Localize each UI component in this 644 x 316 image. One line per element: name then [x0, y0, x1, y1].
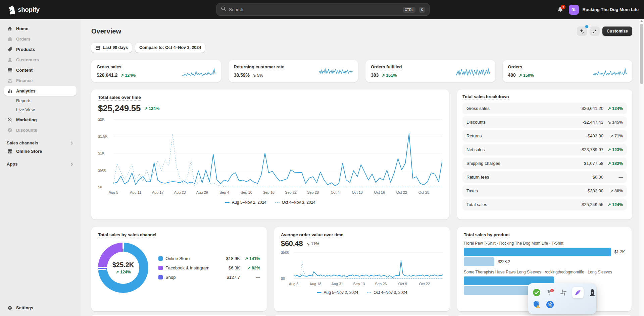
channel-legend-online-store[interactable]: Online Store$18.9K↗ 141%: [158, 256, 260, 261]
chart-title[interactable]: Total sales over time: [98, 95, 442, 100]
shopify-bag-icon: S: [7, 5, 15, 14]
sidebar-item-marketing[interactable]: Marketing: [4, 115, 77, 125]
expand-button[interactable]: [590, 26, 600, 36]
metric-card-returning-customer-rate[interactable]: Returning customer rate38.59%↘ 5%: [229, 60, 358, 82]
x-tick: Sep 28: [307, 190, 319, 194]
vertical-scrollbar[interactable]: [639, 19, 644, 316]
sidebar: HomeOrdersProductsCustomersContentFinanc…: [0, 19, 81, 316]
legend-label: Oct 4–Nov 3, 2024: [282, 200, 315, 205]
breakdown-row-discounts[interactable]: Discounts-$2,447.43↘ 145%: [462, 116, 627, 128]
sidebar-item-analytics[interactable]: Analytics: [4, 86, 77, 96]
breakdown-row-total-sales[interactable]: Total sales$25,249.55↗ 124%: [462, 199, 627, 210]
breakdown-row-return-fees[interactable]: Return fees$0.00—: [462, 171, 627, 183]
shopify-logo[interactable]: S shopify: [7, 5, 40, 14]
sidebar-item-products[interactable]: Products: [4, 44, 77, 54]
scroll-up-arrow[interactable]: [640, 20, 643, 22]
marketing-icon: [7, 117, 13, 123]
metric-card-gross-sales[interactable]: Gross sales$26,641.2↗ 124%: [91, 60, 221, 82]
sidebar-item-orders[interactable]: Orders: [4, 34, 77, 44]
date-range-button[interactable]: Last 90 days: [91, 43, 132, 53]
check-badge-icon[interactable]: [532, 288, 541, 297]
customize-button[interactable]: Customize: [602, 26, 632, 36]
search-input[interactable]: Search CTRL K: [216, 3, 430, 16]
compare-button[interactable]: Compare to: Oct 4–Nov 3, 2024: [135, 43, 205, 53]
total-sales-line-chart[interactable]: [113, 118, 442, 188]
sidebar-item-online-store[interactable]: Online Store: [4, 146, 77, 156]
channel-value: $6.3K: [222, 265, 240, 270]
sidebar-item-discounts[interactable]: Discounts: [4, 125, 77, 135]
sidebar-item-label: Customers: [16, 57, 39, 62]
bluetooth-icon[interactable]: [545, 300, 555, 309]
breakdown-row-net-sales[interactable]: Net sales$23,789.97↗ 123%: [462, 144, 627, 155]
donut-change: ↗ 124%: [115, 269, 131, 274]
breakdown-value: $25,249.55: [582, 202, 603, 207]
product-floral-paw-t-shirt[interactable]: Floral Paw T-Shirt · Rocking The Dog Mom…: [464, 241, 625, 266]
channel-change: ↗ 82%: [247, 266, 260, 270]
channel-swatch: [158, 275, 163, 279]
channel-label: Online Store: [165, 256, 220, 261]
breakdown-row-shipping-charges[interactable]: Shipping charges$1,077.58↗ 183%: [462, 157, 627, 169]
finance-icon: [7, 77, 13, 83]
channel-title[interactable]: Total sales by sales channel: [98, 232, 260, 237]
sidebar-item-settings[interactable]: Settings: [4, 303, 77, 313]
sidebar-item-home[interactable]: Home: [4, 23, 77, 34]
sidebar-item-live-view[interactable]: Live View: [4, 105, 77, 114]
customers-icon: [7, 57, 13, 63]
channel-donut-chart[interactable]: $25.2K ↗ 124%: [98, 243, 148, 293]
x-axis-labels: Aug 5Aug 11Aug 17Aug 23Aug 29Sep 4Sep 10…: [113, 190, 442, 196]
x-tick: Sep 4: [219, 190, 229, 194]
metric-card-orders[interactable]: Orders400↗ 150%: [503, 60, 633, 82]
sidebar-item-reports[interactable]: Reports: [4, 96, 77, 105]
insights-button[interactable]: [577, 26, 587, 36]
channel-legend-shop[interactable]: Shop$127.7—: [158, 275, 260, 280]
channel-swatch: [158, 256, 163, 261]
aov-x-axis-labels: Aug 5Aug 18Aug 31Sep 13Sep 26Oct 9Oct 22: [294, 282, 443, 287]
fire-hydrant-icon[interactable]: [588, 288, 597, 297]
products-title[interactable]: Total sales by product: [464, 232, 625, 237]
legend-item: Aug 5–Nov 2, 2024: [317, 290, 358, 295]
aov-line-chart[interactable]: [294, 251, 443, 279]
legend-item: Oct 4–Nov 3, 2024: [367, 290, 407, 295]
feather-pen-icon[interactable]: [572, 287, 584, 298]
metric-value: 400: [508, 72, 516, 78]
gear-icon: [7, 305, 13, 311]
y-tick: $0: [281, 276, 285, 280]
solid-line-swatch: [225, 202, 230, 203]
aov-title[interactable]: Average order value over time: [281, 232, 443, 237]
sidebar-item-finance[interactable]: Finance: [4, 75, 77, 85]
breakdown-row-taxes[interactable]: Taxes$382.00↗ 86%: [462, 185, 627, 197]
breakdown-value: -$2,447.43: [583, 120, 603, 125]
x-tick: Oct 22: [396, 190, 407, 194]
notifications-button[interactable]: 1: [555, 4, 565, 15]
store-name[interactable]: Rocking The Dog Mom Life: [582, 7, 639, 12]
scrollbar-thumb[interactable]: [640, 24, 643, 84]
pinwheel-icon[interactable]: [559, 288, 568, 297]
product-bar-current: [464, 248, 611, 256]
channel-legend-facebook-instagram[interactable]: Facebook & Instagram$6.3K↗ 82%: [158, 265, 260, 270]
sidebar-item-customers[interactable]: Customers: [4, 55, 77, 65]
x-tick: Oct 10: [352, 190, 363, 194]
breakdown-row-gross-sales[interactable]: Gross sales$26,641.20↗ 124%: [462, 103, 627, 114]
x-tick: Oct 4: [331, 190, 340, 194]
breakdown-value: $26,641.20: [582, 106, 603, 111]
avatar[interactable]: RL: [569, 5, 579, 15]
sidebar-section-sales-channels[interactable]: Sales channels: [5, 140, 76, 145]
search-shortcut: CTRL K: [401, 6, 425, 12]
breakdown-change: ↗ 123%: [607, 147, 623, 152]
metric-value: $26,641.2: [97, 72, 117, 78]
breakdown-row-returns[interactable]: Returns-$403.80↗ 71%: [462, 130, 627, 142]
total-sales-over-time-card: Total sales over time $25,249.55 ↗ 124% …: [91, 89, 449, 219]
channel-value: $18.9K: [222, 256, 240, 261]
flag-error-icon[interactable]: [545, 288, 555, 297]
channel-swatch: [158, 266, 163, 270]
breakdown-title[interactable]: Total sales breakdown: [462, 94, 627, 99]
metric-card-orders-fulfilled[interactable]: Orders fulfilled383↗ 161%: [365, 60, 495, 82]
breakdown-label: Return fees: [466, 175, 592, 180]
sidebar-item-label: Finance: [16, 78, 33, 83]
sidebar-item-content[interactable]: Content: [4, 65, 77, 75]
metric-value: 38.59%: [234, 72, 250, 78]
sidebar-section-apps[interactable]: Apps: [5, 162, 76, 167]
breakdown-value: $1,077.58: [584, 161, 603, 166]
product-bar-previous: [464, 257, 494, 266]
shield-warning-icon[interactable]: [532, 300, 541, 309]
